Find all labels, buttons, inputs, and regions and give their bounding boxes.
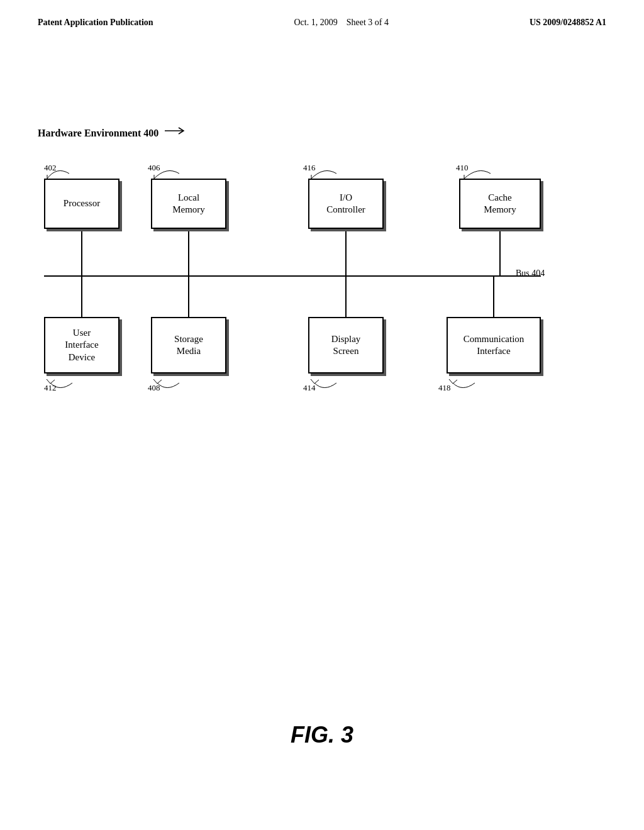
bus-label: Bus 404 xyxy=(516,268,545,279)
ref-406: 406 xyxy=(148,163,160,173)
user-interface-box: UserInterfaceDevice xyxy=(44,317,119,374)
title-arrow-icon xyxy=(165,126,190,141)
diagram-area: Hardware Environment 400 xyxy=(38,126,606,411)
diagram-container: 402 406 416 410 Processor LocalMemory I/… xyxy=(38,147,579,411)
cache-memory-box: CacheMemory xyxy=(459,179,541,229)
user-interface-label: UserInterfaceDevice xyxy=(65,327,98,364)
header-date: Oct. 1, 2009 xyxy=(294,18,337,27)
local-memory-label: LocalMemory xyxy=(172,192,205,216)
storage-media-label: StorageMedia xyxy=(174,333,203,358)
ref-408: 408 xyxy=(148,383,160,393)
comm-interface-label: CommunicationInterface xyxy=(464,333,525,358)
figure-caption: FIG. 3 xyxy=(0,722,644,748)
ref-412: 412 xyxy=(44,383,57,393)
io-controller-label: I/OController xyxy=(326,192,365,216)
processor-label: Processor xyxy=(64,197,100,210)
header-date-sheet: Oct. 1, 2009 Sheet 3 of 4 xyxy=(294,18,388,28)
cache-memory-label: CacheMemory xyxy=(484,192,516,216)
header-patent-number: US 2009/0248852 A1 xyxy=(530,18,606,28)
page-header: Patent Application Publication Oct. 1, 2… xyxy=(0,0,644,28)
ref-402: 402 xyxy=(44,163,57,173)
storage-media-box: StorageMedia xyxy=(151,317,226,374)
display-screen-box: DisplayScreen xyxy=(308,317,384,374)
ref-414: 414 xyxy=(303,383,316,393)
header-sheet: Sheet 3 of 4 xyxy=(347,18,389,27)
io-controller-box: I/OController xyxy=(308,179,384,229)
header-publication-label: Patent Application Publication xyxy=(38,18,153,28)
comm-interface-box: CommunicationInterface xyxy=(447,317,541,374)
display-screen-label: DisplayScreen xyxy=(331,333,361,358)
ref-416: 416 xyxy=(303,163,316,173)
ref-418: 418 xyxy=(438,383,451,393)
ref-410: 410 xyxy=(456,163,469,173)
processor-box: Processor xyxy=(44,179,119,229)
diagram-title: Hardware Environment 400 xyxy=(38,126,606,141)
diagram-title-text: Hardware Environment 400 xyxy=(38,128,158,139)
local-memory-box: LocalMemory xyxy=(151,179,226,229)
